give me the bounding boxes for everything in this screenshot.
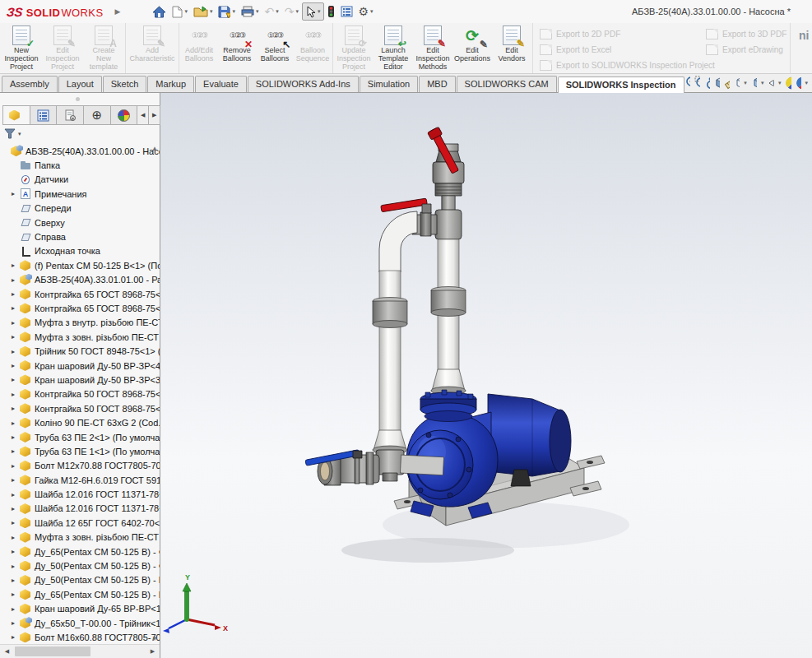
view-orientation-icon[interactable]: [734, 76, 740, 90]
ribbon-button[interactable]: Add/Edit Balloons: [180, 24, 218, 63]
ribbon-button[interactable]: ✓ New Inspection Project: [1, 24, 42, 71]
tree-item[interactable]: Шайба 12.016 ГОСТ 11371-78<1>: [0, 487, 160, 501]
expand-arrow-icon[interactable]: [12, 376, 20, 383]
tree-item[interactable]: Контргайка 65 ГОСТ 8968-75<2>: [0, 301, 160, 315]
export-button[interactable]: Export eDrawing: [706, 42, 785, 58]
export-button[interactable]: Export to Excel: [540, 42, 703, 58]
tree-item[interactable]: Муфта з внутр. різьбою ПЕ-СТ 6: [0, 316, 160, 330]
graphics-viewport[interactable]: Y X Z: [160, 93, 812, 658]
command-tab[interactable]: Simulation: [360, 76, 418, 92]
expand-arrow-icon[interactable]: [12, 447, 20, 455]
expand-arrow-icon[interactable]: [12, 605, 20, 613]
expand-arrow-icon[interactable]: [12, 319, 20, 327]
ribbon-button[interactable]: A Create New template: [83, 24, 124, 71]
tree-item[interactable]: (f) Pentax CM 50-125 B<1> (По у: [0, 258, 160, 272]
options-button[interactable]: ⚙▾: [356, 2, 376, 21]
tree-item[interactable]: Ду_65(Pentax CM 50-125 В) - Фл: [0, 544, 160, 558]
command-tab[interactable]: SOLIDWORKS CAM: [457, 76, 557, 92]
ribbon-button[interactable]: ⟳ Update Inspection Project: [334, 24, 374, 71]
evaluate-button[interactable]: [338, 2, 355, 21]
chevron-down-icon[interactable]: ▾: [232, 8, 235, 15]
tree-item[interactable]: Шайба 12 65Г ГОСТ 6402-70<1>: [0, 516, 160, 530]
model-3d[interactable]: Y X Z: [160, 93, 812, 658]
tab-configurationmanager[interactable]: [56, 105, 84, 125]
expand-arrow-icon[interactable]: [12, 505, 20, 512]
tree-item[interactable]: Муфта з зовн. різьбою ПЕ-СТ 63: [0, 330, 160, 344]
tree-item[interactable]: Кран шаровий Ду-65 ВР-ВР<1>: [0, 602, 160, 616]
ribbon-button[interactable]: ✎ Edit Inspection Methods: [413, 24, 452, 71]
previous-view-icon[interactable]: [704, 76, 710, 90]
expand-arrow-icon[interactable]: [12, 391, 20, 398]
apply-scene-icon[interactable]: [796, 76, 801, 90]
chevron-down-icon[interactable]: ▾: [778, 80, 782, 86]
expand-arrow-icon[interactable]: [12, 563, 20, 570]
display-style-icon[interactable]: [751, 76, 757, 90]
expand-arrow-icon[interactable]: [12, 190, 20, 197]
command-tab[interactable]: SOLIDWORKS Inspection: [558, 76, 684, 93]
expand-arrow-icon[interactable]: [12, 276, 20, 284]
redo-button[interactable]: ↷▾: [282, 2, 301, 21]
chevron-down-icon[interactable]: ▾: [184, 8, 188, 15]
tree-item[interactable]: Датчики: [0, 173, 160, 187]
tree-item[interactable]: АБЗВ-25(40А).33.01.01.00 - Рама: [0, 273, 160, 287]
command-tab[interactable]: Layout: [58, 76, 102, 92]
export-button[interactable]: Export to 2D PDF: [540, 26, 703, 42]
expand-arrow-icon[interactable]: [12, 476, 20, 484]
tree-scroll-up-icon[interactable]: ▲: [151, 145, 158, 152]
tree-item[interactable]: Ду_50(Pentax CM 50-125 В) - Пр: [0, 573, 160, 587]
tree-item[interactable]: Контргайка 50 ГОСТ 8968-75<1>: [0, 387, 160, 401]
chevron-down-icon[interactable]: ▾: [805, 80, 809, 86]
tree-item[interactable]: Коліно 90 ПЕ-СТ 63xG 2 (Cod. 10: [0, 415, 160, 429]
chevron-down-icon[interactable]: ▾: [256, 8, 259, 15]
hide-show-icon[interactable]: [768, 76, 773, 89]
tree-item[interactable]: Папка: [0, 158, 160, 172]
undo-button[interactable]: ↶▾: [262, 2, 281, 21]
section-view-icon[interactable]: [714, 76, 720, 90]
expand-arrow-icon[interactable]: [12, 304, 20, 312]
chevron-down-icon[interactable]: ▾: [318, 8, 321, 15]
command-tab[interactable]: Markup: [147, 76, 194, 92]
expand-arrow-icon[interactable]: [12, 362, 20, 369]
ribbon-button[interactable]: ✎ Add Characteristic: [127, 24, 178, 63]
ribbon-button[interactable]: ✎ Edit Inspection Project: [42, 24, 83, 71]
tree-item[interactable]: Кран шаровий Ду-50 ВР-ЗР<3>: [0, 373, 160, 387]
zoom-area-icon[interactable]: [694, 76, 700, 90]
ribbon-button[interactable]: ✕ Remove Balloons: [218, 24, 256, 63]
filter-funnel-icon[interactable]: [4, 128, 16, 139]
expand-arrow-icon[interactable]: [12, 633, 20, 641]
tree-item[interactable]: Контргайка 50 ГОСТ 8968-75<2>: [0, 401, 160, 415]
tree-item[interactable]: Гайка М12-6Н.6.019 ГОСТ 5915-: [0, 473, 160, 487]
expand-arrow-icon[interactable]: [12, 534, 20, 541]
expand-arrow-icon[interactable]: [12, 333, 20, 341]
interference-check-button[interactable]: [325, 2, 337, 21]
command-tab[interactable]: Evaluate: [195, 76, 247, 92]
tree-item[interactable]: Муфта з зовн. різьбою ПЕ-СТ 63: [0, 531, 160, 544]
scroll-right-icon[interactable]: ▶: [146, 648, 159, 655]
tree-item[interactable]: Болт М12х70.88 ГОСТ7805-70<1: [0, 459, 160, 473]
expand-arrow-icon[interactable]: [12, 491, 20, 498]
tree-item[interactable]: Труба 63 ПЕ 2<1> (По умолчани: [0, 430, 160, 444]
chevron-down-icon[interactable]: ▾: [18, 131, 21, 137]
panel-splitter-handle[interactable]: [0, 93, 160, 104]
print-button[interactable]: ▾: [239, 2, 262, 21]
tree-item[interactable]: Спереди: [0, 202, 160, 215]
export-button[interactable]: Export to SOLIDWORKS Inspection Project: [540, 58, 703, 73]
new-document-button[interactable]: ▾: [169, 2, 190, 21]
tree-item[interactable]: АБЗВ-25(40А).33.01.00.00 - Насосна (По: [0, 144, 160, 158]
home-button[interactable]: [150, 2, 169, 21]
tree-item[interactable]: Труба 63 ПЕ 1<1> (По умолчани: [0, 444, 160, 458]
edit-appearance-icon[interactable]: [785, 76, 791, 90]
ribbon-button[interactable]: ✎ Edit Operations: [452, 24, 492, 63]
ribbon-button[interactable]: ✎ Edit Vendors: [492, 24, 531, 63]
expand-arrow-icon[interactable]: [12, 405, 20, 412]
chevron-down-icon[interactable]: ▾: [761, 80, 764, 86]
tree-item[interactable]: Ду_65(Pentax CM 50-125 В) - Пр: [0, 587, 160, 601]
tab-displaymanager[interactable]: [110, 105, 138, 125]
tree-item[interactable]: Исходная точка: [0, 244, 160, 258]
expand-arrow-icon[interactable]: [12, 419, 20, 427]
expand-arrow-icon[interactable]: [12, 348, 20, 355]
tab-propertymanager[interactable]: [30, 105, 58, 125]
chevron-down-icon[interactable]: ▾: [370, 8, 374, 15]
expand-arrow-icon[interactable]: [12, 262, 20, 269]
save-button[interactable]: ▾: [216, 2, 238, 21]
